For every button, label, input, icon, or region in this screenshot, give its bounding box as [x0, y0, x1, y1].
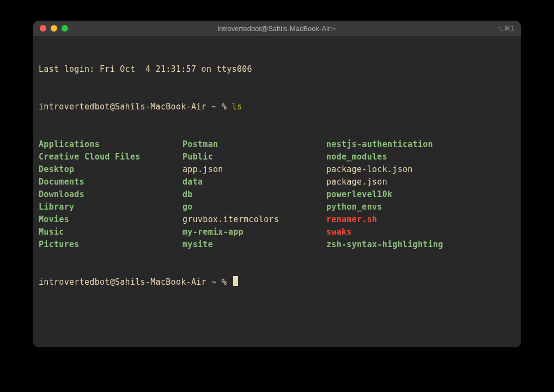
listing-item: Movies [39, 213, 182, 226]
listing-row: Desktopapp.jsonpackage-lock.json [39, 163, 515, 176]
listing-item: Creative Cloud Files [39, 151, 182, 163]
titlebar: introvertedbot@Sahils-MacBook-Air:~ ⌥⌘1 [33, 21, 521, 36]
listing-item: go [182, 201, 326, 213]
listing-item: package-lock.json [326, 163, 515, 176]
listing-row: Musicmy-remix-appswaks [39, 226, 515, 238]
listing-item: data [182, 176, 326, 188]
listing-item: gruvbox.itermcolors [182, 213, 326, 226]
minimize-button[interactable] [51, 25, 57, 32]
listing-item: package.json [326, 176, 515, 188]
prompt-2: introvertedbot@Sahils-MacBook-Air ~ % [39, 277, 227, 287]
listing-item: Desktop [39, 163, 182, 176]
listing-item: Postman [182, 138, 326, 151]
listing-item: Downloads [39, 188, 182, 201]
listing-item: powerlevel10k [326, 188, 515, 201]
listing-item: renamer.sh [326, 213, 515, 226]
listing-item: db [182, 188, 326, 201]
listing-item: node_modules [326, 151, 515, 163]
cursor-block [233, 276, 238, 286]
session-indicator: ⌥⌘1 [496, 24, 514, 32]
listing-item: Documents [39, 176, 182, 188]
listing-item: Pictures [39, 238, 182, 251]
last-login-line: Last login: Fri Oct 4 21:31:57 on ttys00… [39, 63, 515, 76]
listing-item: my-remix-app [182, 226, 326, 238]
listing-item: Public [182, 151, 326, 163]
terminal-window: introvertedbot@Sahils-MacBook-Air:~ ⌥⌘1 … [33, 21, 521, 347]
listing-item: nestjs-authentication [326, 138, 515, 151]
prompt-1: introvertedbot@Sahils-MacBook-Air ~ % [39, 102, 227, 112]
listing-row: Downloadsdbpowerlevel10k [39, 188, 515, 201]
prompt-line-2: introvertedbot@Sahils-MacBook-Air ~ % [39, 276, 515, 289]
listing-row: Picturesmysitezsh-syntax-highlighting [39, 238, 515, 251]
listing-item: zsh-syntax-highlighting [326, 238, 515, 251]
listing-item: app.json [182, 163, 326, 176]
listing-item: Library [39, 201, 182, 213]
listing-row: ApplicationsPostmannestjs-authentication [39, 138, 515, 151]
traffic-lights [40, 25, 68, 32]
listing-row: Documentsdatapackage.json [39, 176, 515, 188]
prompt-line-1: introvertedbot@Sahils-MacBook-Air ~ % ls [39, 101, 515, 113]
window-title: introvertedbot@Sahils-MacBook-Air:~ [33, 24, 521, 33]
ls-output: ApplicationsPostmannestjs-authentication… [39, 138, 515, 251]
listing-item: mysite [182, 238, 326, 251]
close-button[interactable] [40, 25, 46, 32]
command-ls: ls [232, 102, 242, 112]
listing-row: Moviesgruvbox.itermcolorsrenamer.sh [39, 213, 515, 226]
listing-item: python_envs [326, 201, 515, 213]
listing-item: swaks [326, 226, 515, 238]
maximize-button[interactable] [62, 25, 68, 32]
terminal-body[interactable]: Last login: Fri Oct 4 21:31:57 on ttys00… [33, 36, 521, 347]
listing-row: Librarygopython_envs [39, 201, 515, 213]
listing-item: Music [39, 226, 182, 238]
listing-row: Creative Cloud FilesPublicnode_modules [39, 151, 515, 163]
listing-item: Applications [39, 138, 182, 151]
